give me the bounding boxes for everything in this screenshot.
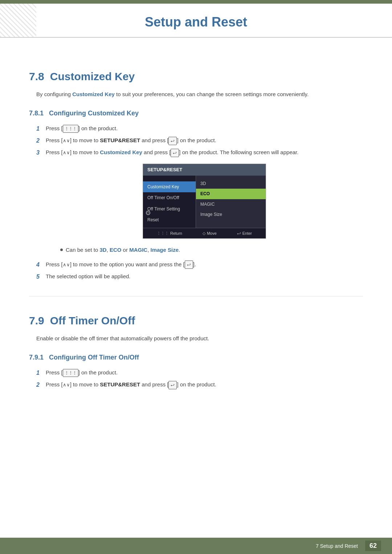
bullet-list-78: Can be set to 3D, ECO or MAGIC, Image Si… (60, 245, 363, 255)
option-magic: MAGIC (129, 247, 147, 253)
step-content-79-1: Press [⋮⋮⋮] on the product. (46, 368, 363, 377)
step-78-2: 2 Press [∧∨] to move to SETUP&RESET and … (36, 136, 363, 145)
menu-bottom-bar: ⋮⋮⋮ Return ◇ Move ⮐ Enter (143, 228, 266, 239)
gear-icon: ⚙ (145, 208, 151, 219)
menu-body: Customized Key Off Timer On/Off Off Time… (143, 176, 266, 228)
page-footer: 7 Setup and Reset 62 (0, 538, 392, 554)
menu-option-eco: ECO (196, 189, 266, 199)
section-79-number: 7.9 (29, 315, 44, 327)
menu-return: ⋮⋮⋮ Return (157, 230, 182, 237)
step-79-1: 1 Press [⋮⋮⋮] on the product. (36, 368, 363, 378)
page-title: Setup and Reset (22, 15, 370, 30)
subsection-791-heading: 7.9.1 Configuring Off Timer On/Off (29, 354, 363, 361)
subsection-781-title: Configuring Customized Key (49, 110, 139, 117)
setup-reset-term: SETUP&RESET (100, 137, 140, 143)
step-78-3: 3 Press [∧∨] to move to Customized Key a… (36, 148, 363, 257)
step-num-79-1: 1 (36, 368, 42, 378)
step-num-4: 4 (36, 260, 42, 270)
main-content: 7.8 Customized Key By configuring Custom… (0, 38, 392, 421)
step-num-2: 2 (36, 136, 42, 145)
top-bar (0, 0, 392, 4)
return-icon: ⋮⋮⋮ (157, 230, 169, 237)
enter-icon-3: ⮐ (237, 230, 241, 237)
menu-move: ◇ Move (203, 230, 217, 237)
step-content-1: Press [⋮⋮⋮] on the product. (46, 124, 363, 133)
enter-icon-2: ⮐ (171, 149, 179, 157)
section-79-intro: Enable or disable the off timer that aut… (36, 334, 363, 343)
subsection-791-number: 7.9.1 (29, 354, 44, 361)
step-79-2: 2 Press [∧∨] to move to SETUP&RESET and … (36, 380, 363, 390)
section-78-title: Customized Key (50, 70, 135, 83)
step-content-79-2: Press [∧∨] to move to SETUP&RESET and pr… (46, 380, 363, 389)
steps-list-78: 1 Press [⋮⋮⋮] on the product. 2 Press [∧… (36, 124, 363, 282)
step-78-4: 4 Press [∧∨] to move to the option you w… (36, 260, 363, 270)
return-label: Return (170, 230, 182, 237)
subsection-791-title: Configuring Off Timer On/Off (49, 354, 139, 361)
bullet-text: Can be set to 3D, ECO or MAGIC, Image Si… (66, 245, 180, 255)
menu-title-bar: SETUP&RESET (143, 164, 266, 176)
arrow-ud-icon-4: ∧∨ (63, 382, 70, 387)
menu-option-image-size: Image Size (196, 209, 266, 219)
arrow-ud-icon: ∧∨ (63, 138, 70, 143)
menu-option-3d: 3D (196, 178, 266, 189)
customized-key-term: Customized Key (72, 91, 115, 97)
menu-item-customized-key: Customized Key (143, 181, 196, 192)
option-eco: ECO (110, 247, 122, 253)
section-78-number: 7.8 (29, 70, 44, 83)
step-78-5: 5 The selected option will be applied. (36, 272, 363, 282)
menu-item-off-timer-onoff: Off Timer On/Off (143, 192, 196, 203)
step-num-79-2: 2 (36, 380, 42, 390)
option-3d: 3D (99, 247, 106, 253)
customized-key-term-2: Customized Key (100, 149, 142, 155)
enter-icon-5: ⮐ (168, 381, 177, 389)
step-content-2: Press [∧∨] to move to SETUP&RESET and pr… (46, 136, 363, 145)
footer-text: 7 Setup and Reset (316, 543, 358, 549)
step-content-4: Press [∧∨] to move to the option you wan… (46, 260, 363, 269)
menu-right-panel: 3D ECO MAGIC Image Size (196, 176, 266, 228)
step-num-1: 1 (36, 124, 42, 134)
setup-reset-term-2: SETUP&RESET (100, 381, 140, 387)
option-image-size: Image Size (150, 247, 179, 253)
step-content-3: Press [∧∨] to move to Customized Key and… (46, 148, 363, 257)
step-num-3: 3 (36, 148, 42, 157)
section-78-intro: By configuring Customized Key to suit yo… (36, 90, 363, 99)
subsection-781-number: 7.8.1 (29, 110, 44, 117)
steps-list-79: 1 Press [⋮⋮⋮] on the product. 2 Press [∧… (36, 368, 363, 390)
section-79-title: Off Timer On/Off (50, 315, 135, 327)
bullet-dot (60, 249, 63, 251)
enter-icon-4: ⮐ (185, 260, 193, 269)
step-num-5: 5 (36, 272, 42, 282)
menu-option-magic: MAGIC (196, 199, 266, 209)
move-icon: ◇ (203, 230, 205, 237)
menu-icon: ⋮⋮⋮ (63, 125, 78, 133)
menu-screenshot: SETUP&RESET Customized Key Off Timer On/… (143, 164, 266, 239)
section-79-heading: 7.9 Off Timer On/Off (29, 315, 363, 327)
subsection-781-heading: 7.8.1 Configuring Customized Key (29, 110, 363, 117)
enter-label: Enter (242, 230, 252, 237)
step-78-1: 1 Press [⋮⋮⋮] on the product. (36, 124, 363, 134)
section-78-heading: 7.8 Customized Key (29, 70, 363, 83)
menu-enter: ⮐ Enter (237, 230, 252, 237)
footer-page-number: 62 (365, 541, 381, 551)
step-content-5: The selected option will be applied. (46, 272, 363, 281)
menu-left-panel: Customized Key Off Timer On/Off Off Time… (143, 176, 196, 228)
arrow-ud-icon-3: ∧∨ (63, 262, 70, 267)
menu-icon-2: ⋮⋮⋮ (63, 369, 78, 377)
section-divider (29, 296, 363, 296)
page-header: Setup and Reset (0, 4, 392, 38)
arrow-ud-icon-2: ∧∨ (63, 150, 70, 155)
move-label: Move (207, 230, 217, 237)
enter-icon: ⮐ (168, 137, 177, 145)
bullet-item-1: Can be set to 3D, ECO or MAGIC, Image Si… (60, 245, 363, 255)
